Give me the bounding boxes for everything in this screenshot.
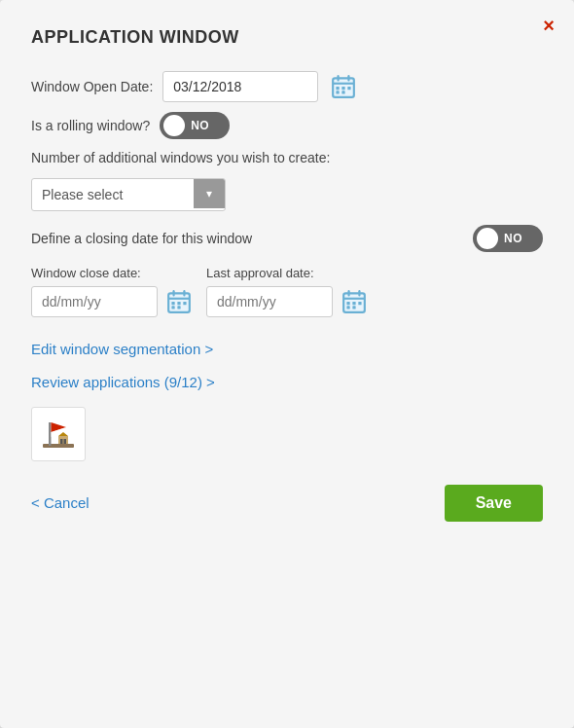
svg-rect-24 (358, 302, 361, 305)
svg-rect-6 (348, 87, 351, 90)
define-closing-label: Define a closing date for this window (31, 231, 463, 246)
rolling-window-row: Is a rolling window? NO (31, 112, 543, 139)
svg-rect-16 (171, 306, 174, 309)
svg-rect-22 (346, 302, 349, 305)
svg-rect-7 (337, 91, 340, 93)
svg-rect-26 (352, 306, 355, 309)
define-closing-toggle-label: NO (504, 232, 522, 245)
svg-rect-33 (64, 439, 67, 444)
define-closing-toggle[interactable]: NO (473, 225, 543, 252)
application-window-dialog: × APPLICATION WINDOW Window Open Date: I… (0, 0, 574, 728)
flag-icon-container (31, 407, 86, 461)
rolling-window-label: Is a rolling window? (31, 118, 150, 133)
dialog-title: APPLICATION WINDOW (31, 27, 543, 48)
rolling-window-toggle-label: NO (191, 119, 209, 132)
svg-rect-15 (183, 302, 186, 305)
edit-segmentation-link[interactable]: Edit window segmentation > (31, 341, 213, 357)
last-approval-date-input[interactable] (206, 286, 333, 317)
window-open-date-row: Window Open Date: (31, 71, 543, 102)
last-approval-date-calendar-icon[interactable] (339, 286, 370, 317)
window-open-date-label: Window Open Date: (31, 79, 153, 94)
cancel-button[interactable]: < Cancel (31, 494, 90, 511)
dialog-footer: < Cancel Save (31, 485, 543, 522)
toggle-circle (163, 115, 185, 136)
svg-rect-23 (352, 302, 355, 305)
svg-rect-25 (346, 306, 349, 309)
window-close-date-input[interactable] (31, 286, 158, 317)
define-closing-row: Define a closing date for this window NO (31, 225, 543, 252)
window-close-date-calendar-icon[interactable] (163, 286, 195, 317)
last-approval-date-group: Last approval date: (206, 266, 370, 317)
date-fields-section: Window close date: (31, 266, 543, 317)
edit-segmentation-link-row: Edit window segmentation > (31, 341, 543, 358)
define-closing-toggle-circle (477, 228, 498, 249)
review-applications-link[interactable]: Review applications (9/12) > (31, 374, 215, 390)
svg-marker-34 (58, 432, 68, 436)
svg-rect-17 (177, 306, 180, 309)
window-close-date-label: Window close date: (31, 266, 195, 280)
chevron-down-icon: ▾ (194, 179, 225, 208)
additional-windows-section: Number of additional windows you wish to… (31, 149, 543, 211)
svg-rect-32 (60, 439, 63, 444)
additional-windows-label: Number of additional windows you wish to… (31, 149, 543, 168)
svg-rect-28 (49, 422, 52, 446)
last-approval-date-label: Last approval date: (206, 266, 370, 280)
additional-windows-select[interactable]: Please select ▾ (31, 178, 226, 211)
last-approval-date-inner (206, 286, 370, 317)
window-close-date-inner (31, 286, 195, 317)
save-button[interactable]: Save (445, 485, 543, 522)
window-open-date-input[interactable] (162, 71, 318, 102)
rolling-window-toggle[interactable]: NO (160, 112, 230, 139)
svg-rect-8 (342, 91, 345, 93)
window-close-date-group: Window close date: (31, 266, 195, 317)
window-open-date-calendar-icon[interactable] (328, 71, 359, 102)
svg-rect-14 (177, 302, 180, 305)
flag-image-icon (39, 415, 78, 454)
svg-rect-4 (337, 87, 340, 90)
close-button[interactable]: × (543, 16, 555, 35)
svg-rect-13 (171, 302, 174, 305)
svg-rect-5 (342, 87, 345, 90)
svg-rect-31 (58, 436, 68, 444)
additional-windows-select-text: Please select (32, 179, 194, 210)
review-applications-link-row: Review applications (9/12) > (31, 374, 543, 391)
svg-rect-27 (43, 444, 74, 448)
